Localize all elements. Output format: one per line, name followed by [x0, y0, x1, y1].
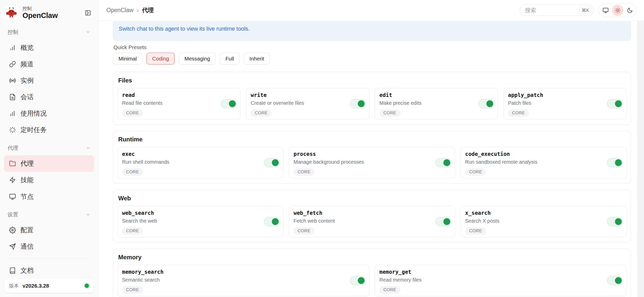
- panel-collapse-icon: [85, 10, 91, 16]
- tool-name: exec: [122, 151, 279, 157]
- sidebar-item-communication[interactable]: 通信: [4, 238, 94, 255]
- breadcrumb-root[interactable]: OpenClaw: [106, 7, 133, 14]
- sidebar-item-config[interactable]: 配置: [4, 222, 94, 238]
- toggle-switch[interactable]: [221, 99, 237, 108]
- bar-chart-icon: [9, 44, 16, 51]
- toggle-switch[interactable]: [607, 217, 623, 226]
- toggle-knob: [272, 159, 279, 166]
- tool-card-web-fetch: web_fetch Fetch web content CORE: [289, 206, 455, 237]
- sun-icon: [615, 7, 621, 13]
- toggle-switch[interactable]: [479, 99, 494, 108]
- core-badge: CORE: [379, 286, 400, 294]
- sidebar-section-control[interactable]: 控制: [8, 28, 90, 36]
- sidebar-item-channels[interactable]: 频道: [4, 56, 94, 72]
- sidebar-item-label: 技能: [20, 176, 34, 184]
- book-icon: [9, 267, 16, 274]
- link-icon: [9, 61, 16, 68]
- toggle-switch[interactable]: [436, 217, 451, 226]
- sidebar-item-overview[interactable]: 概览: [4, 39, 94, 56]
- toggle-knob: [229, 100, 236, 107]
- core-badge: CORE: [122, 286, 143, 294]
- app-root: 控制 OpenClaw 控制 概览 频: [0, 0, 644, 297]
- sidebar-item-nodes[interactable]: 节点: [4, 188, 94, 205]
- send-icon: [9, 243, 16, 250]
- tool-name: web_search: [122, 210, 279, 216]
- sidebar-section-label: 代理: [8, 144, 18, 152]
- theme-system-button[interactable]: [600, 5, 611, 16]
- sidebar-section-settings[interactable]: 设置: [8, 211, 90, 219]
- tool-card-web-search: web_search Search the web CORE: [117, 206, 283, 237]
- tool-name: x_search: [465, 210, 622, 216]
- core-badge: CORE: [122, 168, 143, 176]
- preset-coding-button[interactable]: Coding: [147, 53, 175, 65]
- toggle-knob: [443, 218, 450, 225]
- tool-name: process: [294, 151, 450, 157]
- tool-name: edit: [379, 92, 493, 98]
- core-badge: CORE: [122, 109, 143, 117]
- quick-presets-label: Quick Presets: [113, 44, 631, 50]
- core-badge: CORE: [465, 168, 486, 176]
- folder-icon: [9, 160, 16, 167]
- section-title: Files: [117, 77, 627, 84]
- notice-text: Switch chat to this agent to view its li…: [119, 26, 250, 32]
- core-badge: CORE: [294, 168, 315, 176]
- breadcrumb: OpenClaw › 代理: [106, 6, 154, 14]
- toggle-switch[interactable]: [264, 217, 280, 226]
- preset-inherit-button[interactable]: Inherit: [244, 53, 270, 65]
- tool-card-read: read Read file contents CORE: [117, 88, 241, 119]
- toggle-switch[interactable]: [607, 276, 623, 285]
- chevron-down-icon: [86, 146, 90, 151]
- sidebar-item-skills[interactable]: 技能: [4, 172, 94, 188]
- toggle-switch[interactable]: [607, 158, 623, 167]
- sidebar-item-agents[interactable]: 代理: [4, 155, 94, 172]
- sidebar-item-instances[interactable]: 实例: [4, 72, 94, 89]
- tool-description: Run shell commands: [122, 159, 279, 165]
- sidebar-collapse-button[interactable]: [82, 7, 94, 19]
- brand-name: OpenClaw: [22, 11, 58, 20]
- tool-card-edit: edit Make precise edits CORE: [375, 88, 498, 119]
- radio-icon: [9, 77, 16, 84]
- theme-dark-button[interactable]: [624, 5, 635, 16]
- tool-description: Semantic search: [122, 277, 365, 283]
- breadcrumb-current: 代理: [142, 6, 154, 14]
- section-title: Web: [117, 195, 627, 202]
- section-runtime: Runtime exec Run shell commands CORE pro…: [113, 131, 631, 184]
- tool-name: code_execution: [465, 151, 622, 157]
- sidebar-item-usage[interactable]: 使用情况: [4, 105, 94, 122]
- sidebar-item-scheduled-tasks[interactable]: 定时任务: [4, 122, 94, 138]
- scrollbar[interactable]: [637, 21, 644, 297]
- search-box[interactable]: ⌘K: [520, 5, 594, 16]
- tool-card-write: write Create or overwrite files CORE: [246, 88, 369, 119]
- agent-notice-banner: Switch chat to this agent to view its li…: [113, 21, 631, 41]
- core-badge: CORE: [251, 109, 272, 117]
- openclaw-logo: [4, 6, 19, 20]
- top-header: OpenClaw › 代理 ⌘K: [98, 0, 644, 21]
- file-text-icon: [9, 94, 16, 100]
- toggle-switch[interactable]: [350, 276, 366, 285]
- tool-name: web_fetch: [294, 210, 450, 216]
- preset-full-button[interactable]: Full: [220, 53, 240, 65]
- sidebar-section-agents[interactable]: 代理: [8, 144, 90, 152]
- tool-name: apply_patch: [508, 92, 622, 98]
- sidebar-item-label: 概览: [20, 43, 34, 52]
- theme-light-button[interactable]: [612, 5, 623, 16]
- sidebar-item-label: 使用情况: [20, 109, 47, 118]
- monitor-icon: [9, 193, 16, 200]
- toggle-switch[interactable]: [350, 99, 366, 108]
- moon-icon: [627, 7, 633, 13]
- loader-icon: [9, 126, 16, 133]
- tool-name: memory_search: [122, 269, 365, 275]
- sidebar-item-docs[interactable]: 文档: [4, 262, 94, 279]
- sidebar-item-sessions[interactable]: 会话: [4, 89, 94, 105]
- search-input[interactable]: [525, 7, 568, 14]
- version-value: v2026.3.28: [22, 283, 49, 289]
- toggle-switch[interactable]: [607, 99, 623, 108]
- toggle-switch[interactable]: [436, 158, 451, 167]
- toggle-switch[interactable]: [264, 158, 280, 167]
- sidebar-divider: [8, 259, 90, 259]
- preset-messaging-button[interactable]: Messaging: [179, 53, 216, 65]
- preset-minimal-button[interactable]: Minimal: [113, 53, 142, 65]
- tool-card-exec: exec Run shell commands CORE: [117, 147, 283, 178]
- main-content: Switch chat to this agent to view its li…: [98, 21, 637, 297]
- core-badge: CORE: [465, 227, 486, 235]
